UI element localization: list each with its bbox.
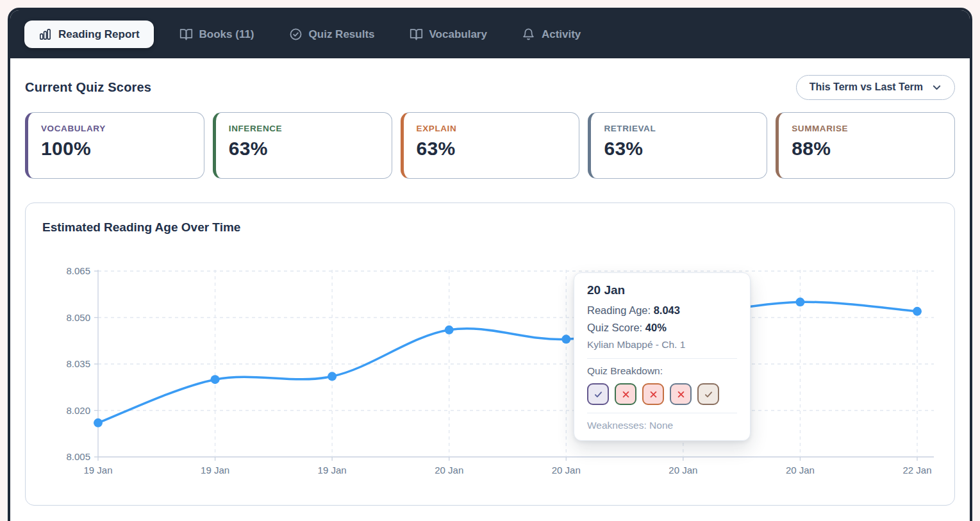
stat-card-value: 100% [41, 138, 191, 160]
quiz-breakdown-summarise-check-icon [697, 383, 719, 405]
stat-card-value: 88% [792, 138, 942, 160]
stat-card-summarise: SUMMARISE 88% [776, 112, 955, 179]
svg-text:20 Jan: 20 Jan [669, 465, 697, 476]
nav-tab-reading-report[interactable]: Reading Report [24, 21, 154, 48]
svg-text:8.050: 8.050 [66, 312, 90, 323]
nav-tab-label: Vocabulary [429, 28, 487, 41]
divider [587, 413, 737, 413]
stat-card-label: RETRIEVAL [604, 124, 754, 133]
nav-tab-label: Reading Report [58, 28, 140, 41]
page: Reading Report Books (11) Quiz Results V… [0, 0, 980, 521]
stat-card-label: SUMMARISE [792, 124, 942, 133]
tooltip-breakdown-label: Quiz Breakdown: [587, 365, 737, 377]
stat-card-label: EXPLAIN [417, 124, 567, 133]
tooltip-quiz-score-value: 40% [645, 322, 667, 333]
term-filter-label: This Term vs Last Term [810, 81, 923, 93]
tooltip-reading-age-value: 8.043 [654, 304, 680, 316]
svg-text:20 Jan: 20 Jan [435, 465, 463, 476]
stat-card-explain: EXPLAIN 63% [401, 112, 580, 179]
svg-text:8.065: 8.065 [66, 265, 90, 276]
stat-card-value: 63% [417, 138, 567, 160]
app-window: Reading Report Books (11) Quiz Results V… [8, 8, 972, 521]
reading-age-chart-card: Estimated Reading Age Over Time 8.0058.0… [25, 203, 955, 506]
quiz-scores-title: Current Quiz Scores [25, 80, 151, 95]
chart-canvas[interactable]: 8.0058.0208.0358.0508.06519 Jan19 Jan19 … [42, 260, 939, 485]
stat-card-retrieval: RETRIEVAL 63% [588, 112, 767, 179]
quiz-breakdown-icons [587, 383, 737, 405]
content: Current Quiz Scores This Term vs Last Te… [10, 74, 970, 506]
nav-bar: Reading Report Books (11) Quiz Results V… [10, 10, 970, 58]
tooltip-quiz-score-row: Quiz Score: 40% [587, 319, 737, 336]
nav-tab-label: Books (11) [199, 28, 254, 41]
term-filter-dropdown[interactable]: This Term vs Last Term [796, 75, 955, 100]
svg-text:8.035: 8.035 [66, 358, 90, 369]
chart-tooltip: 20 Jan Reading Age: 8.043 Quiz Score: 40… [574, 272, 751, 441]
nav-tab-vocabulary[interactable]: Vocabulary [401, 21, 496, 48]
stat-card-label: VOCABULARY [41, 124, 191, 133]
book-icon [410, 28, 423, 41]
bar-chart-icon [38, 28, 52, 41]
book-icon [179, 28, 193, 41]
quiz-breakdown-explain-x-icon [642, 383, 664, 405]
nav-tab-activity[interactable]: Activity [513, 21, 590, 48]
nav-tab-label: Quiz Results [309, 28, 375, 41]
tooltip-weaknesses-value: None [649, 420, 673, 431]
chevron-down-icon [931, 81, 943, 94]
quiz-breakdown-inference-x-icon [615, 383, 636, 405]
quiz-breakdown-retrieval-x-icon [670, 383, 692, 405]
svg-text:20 Jan: 20 Jan [786, 465, 815, 476]
stat-card-inference: INFERENCE 63% [213, 112, 392, 179]
stat-card-value: 63% [604, 138, 754, 160]
svg-text:19 Jan: 19 Jan [201, 465, 229, 476]
stat-card-value: 63% [229, 138, 379, 160]
svg-text:19 Jan: 19 Jan [318, 465, 347, 476]
divider [587, 358, 737, 359]
svg-text:22 Jan: 22 Jan [902, 465, 931, 476]
stat-card-vocabulary: VOCABULARY 100% [25, 112, 204, 179]
tooltip-weaknesses-row: Weaknesses: None [587, 420, 737, 431]
svg-text:20 Jan: 20 Jan [552, 465, 581, 476]
tooltip-reading-age-row: Reading Age: 8.043 [587, 302, 737, 319]
stat-card-label: INFERENCE [229, 124, 379, 133]
nav-tab-label: Activity [542, 28, 581, 41]
bell-icon [522, 28, 535, 41]
line-chart[interactable]: 8.0058.0208.0358.0508.06519 Jan19 Jan19 … [42, 260, 939, 485]
quiz-score-cards: VOCABULARY 100% INFERENCE 63% EXPLAIN 63… [25, 112, 955, 179]
tooltip-book-chapter: Kylian Mbappé - Ch. 1 [587, 339, 737, 351]
tooltip-date: 20 Jan [587, 283, 737, 297]
svg-text:19 Jan: 19 Jan [83, 465, 112, 476]
quiz-scores-header: Current Quiz Scores This Term vs Last Te… [25, 74, 955, 100]
quiz-breakdown-vocabulary-check-icon [587, 383, 609, 405]
svg-text:8.020: 8.020 [66, 405, 90, 416]
nav-tab-books-11[interactable]: Books (11) [170, 21, 263, 48]
svg-text:8.005: 8.005 [66, 451, 90, 462]
check-circle-icon [289, 28, 303, 41]
nav-tab-quiz-results[interactable]: Quiz Results [280, 21, 384, 48]
chart-title: Estimated Reading Age Over Time [42, 220, 240, 235]
